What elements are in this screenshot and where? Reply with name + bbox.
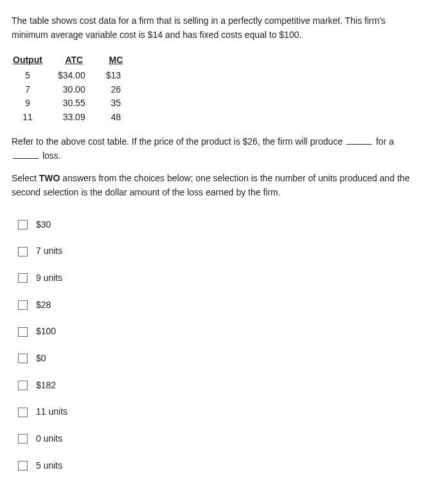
choice-checkbox[interactable]	[18, 220, 28, 230]
table-row: 9 30.55 35	[12, 96, 140, 111]
choice-item[interactable]: 7 units	[12, 238, 416, 265]
choice-checkbox[interactable]	[18, 434, 28, 444]
question-intro: The table shows cost data for a firm tha…	[12, 14, 416, 42]
choice-checkbox[interactable]	[18, 247, 28, 256]
cell-atc: 33.09	[57, 111, 105, 125]
col-header-atc: ATC	[57, 52, 105, 69]
choice-label: $100	[36, 325, 56, 339]
question-prompt: Refer to the above cost table. If the pr…	[12, 135, 416, 163]
prompt-post: loss.	[40, 150, 61, 161]
instr-pre: Select	[12, 173, 39, 183]
choice-checkbox[interactable]	[18, 461, 28, 471]
choice-label: $182	[36, 379, 56, 393]
prompt-pre: Refer to the above cost table. If the pr…	[12, 136, 345, 147]
fill-blank	[346, 144, 372, 145]
cell-mc: 48	[105, 111, 140, 125]
choice-item[interactable]: 9 units	[12, 265, 416, 292]
question-instruction: Select TWO answers from the choices belo…	[12, 172, 416, 199]
choice-checkbox[interactable]	[18, 408, 28, 417]
cell-output: 11	[12, 111, 57, 125]
choice-checkbox[interactable]	[18, 273, 28, 283]
cell-output: 7	[12, 83, 57, 97]
cell-atc: $34.00	[57, 69, 105, 83]
choice-checkbox[interactable]	[18, 327, 28, 337]
choice-label: $28	[36, 298, 51, 312]
choice-checkbox[interactable]	[18, 381, 28, 390]
instr-bold: TWO	[39, 173, 60, 183]
choice-checkbox[interactable]	[18, 300, 28, 310]
cell-mc: $13	[105, 69, 140, 83]
table-row: 11 33.09 48	[12, 111, 140, 125]
prompt-mid: for a	[373, 136, 394, 147]
cell-mc: 35	[105, 96, 140, 111]
col-header-mc: MC	[105, 52, 140, 69]
choice-label: 0 units	[36, 432, 62, 446]
choice-label: 7 units	[36, 244, 62, 258]
cost-table: Output ATC MC 5 $34.00 $13 7 30.00 26 9 …	[12, 52, 140, 124]
choice-item[interactable]: $28	[12, 292, 416, 319]
cell-mc: 26	[105, 83, 140, 97]
choice-item[interactable]: 0 units	[12, 426, 416, 453]
choice-item[interactable]: $0	[12, 345, 416, 372]
choice-item[interactable]: $182	[12, 372, 416, 399]
cell-atc: 30.55	[57, 96, 105, 111]
choice-label: 11 units	[36, 405, 67, 419]
col-header-output: Output	[12, 52, 57, 69]
choice-list: $30 7 units 9 units $28 $100 $0 $182 11 …	[12, 212, 416, 480]
choice-item[interactable]: 11 units	[12, 399, 416, 426]
fill-blank	[13, 158, 39, 159]
choice-item[interactable]: $100	[12, 318, 416, 345]
choice-item[interactable]: $30	[12, 212, 416, 239]
cell-output: 5	[12, 69, 57, 83]
choice-label: 5 units	[36, 459, 62, 473]
table-row: 5 $34.00 $13	[12, 69, 140, 83]
choice-checkbox[interactable]	[18, 354, 28, 363]
choice-item[interactable]: 5 units	[12, 453, 416, 480]
table-row: 7 30.00 26	[12, 83, 140, 97]
choice-label: $30	[36, 218, 51, 232]
choice-label: $0	[36, 352, 46, 366]
cell-atc: 30.00	[57, 83, 105, 97]
cell-output: 9	[12, 96, 57, 111]
choice-label: 9 units	[36, 271, 62, 285]
instr-post: answers from the choices below; one sele…	[12, 173, 409, 197]
